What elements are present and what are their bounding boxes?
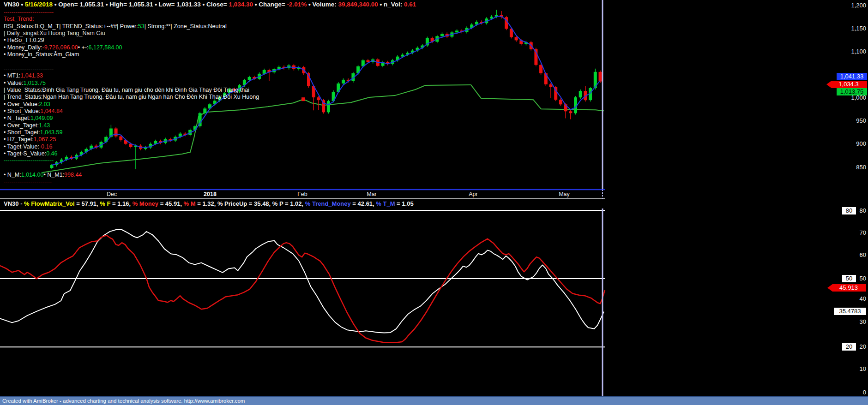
axis-tick-label: 900 (834, 140, 866, 147)
text-segment: • Over_Value: (4, 101, 39, 107)
info-line: • Over_Taget:1.43 (4, 122, 50, 129)
candle-body (440, 34, 444, 36)
text-segment: % PriceUp = 35.48, % P = 1.02, (217, 200, 305, 207)
text-segment: 2.03 (39, 101, 50, 107)
text-segment: 1,034.30 (229, 1, 253, 8)
flowmatrix-title-line: VN30 - % FlowMatrix_Vol = 57.91, % F = 1… (4, 200, 414, 207)
axis-tick-label: 30 (834, 318, 866, 325)
text-segment: 1,014.00 (21, 172, 44, 178)
info-line: • Money_Daily:-9,726,096.00• +-:6,127,58… (4, 44, 122, 51)
axis-tick-label: 10 (834, 365, 866, 372)
text-segment: -0.16 (39, 143, 53, 150)
money_red-line (0, 235, 605, 342)
candle-body (490, 17, 493, 18)
text-segment: % Money (133, 200, 158, 207)
info-line: -------------------------- (4, 157, 54, 164)
text-segment: • Volume: (307, 1, 338, 8)
candle-body (50, 165, 54, 168)
info-line: | Value_Status:Đinh Gia Tang Truong. Đâu… (4, 87, 249, 93)
candle-body (455, 30, 458, 32)
text-segment: • H7_Taget: (4, 136, 34, 143)
info-line: • Short_Value:1,044.84 (4, 108, 63, 114)
info-line: -------------------------- (4, 9, 54, 15)
info-line: ------------------------- (4, 179, 52, 185)
text-segment: RSI_Status:B:Q_M_T| TREND_Status:+--##| … (4, 23, 138, 30)
text-segment: Test_Trend: (4, 16, 34, 22)
text-segment: 0.46 (46, 150, 57, 157)
ohlc-title-line: VN30 • 5/16/2018 • Open= 1,055.31 • High… (4, 1, 416, 8)
text-segment: | Trend_Status:Ngan Han Tang Truong. Đâu… (4, 94, 259, 100)
text-segment: -------------------------- (4, 157, 54, 164)
text-segment: • Short_Taget: (4, 129, 40, 136)
axis-value-tag: 35.4783 (834, 308, 866, 315)
text-segment: 1,044.84 (40, 108, 63, 114)
info-line: • Taget-Value:-0.16 (4, 143, 52, 150)
info-line: | Daily_singal:Xu Huong Tang_Nam Giu (4, 30, 105, 36)
info-line: • Over_Value:2.03 (4, 101, 50, 107)
candle-body (203, 108, 206, 113)
axis-value-tag: 20 (842, 343, 856, 351)
text-segment: = 42.61, (351, 200, 376, 207)
axis-value-tag: 1,041.33 (837, 73, 867, 80)
text-segment: = 57.91, (75, 200, 100, 207)
text-segment: 0.61 (404, 1, 416, 8)
text-segment: 1,067.25 (34, 136, 56, 143)
axis-tick-label: 950 (834, 117, 866, 124)
flowmatrix_white-line (0, 230, 604, 333)
text-segment: • +-: (78, 44, 89, 51)
date-axis-label: Feb (289, 191, 316, 197)
axis-tick-label: 40 (834, 295, 866, 302)
status-bar: Created with AmiBroker - advanced charti… (0, 396, 868, 405)
info-line: | Trend_Status:Ngan Han Tang Truong. Đâu… (4, 94, 259, 100)
text-segment: • (21, 1, 25, 8)
date-axis-label: May (550, 191, 578, 197)
text-segment: 6,127,584.00 (89, 44, 122, 51)
text-segment: -2.01% (287, 1, 307, 8)
candle-body (317, 97, 320, 100)
text-segment: -9,726,096.00 (42, 44, 78, 51)
text-segment: • Short_Value: (4, 108, 40, 114)
text-segment: • Change= (253, 1, 287, 8)
axis-tick-label: 0 (834, 389, 866, 396)
text-segment: 1,013.75 (23, 80, 46, 86)
info-line: • MT1:1,041.33 (4, 72, 43, 79)
text-segment: VN30 - (4, 200, 24, 207)
text-segment: 998.44 (64, 172, 82, 178)
text-segment: 1,049.09 (30, 115, 53, 121)
amibroker-window: VN30 • 5/16/2018 • Open= 1,055.31 • High… (0, 0, 868, 405)
text-segment: | Daily_singal:Xu Huong Tang_Nam Giu (4, 30, 105, 36)
info-line: • N_M:1,014.00• N_M1:998.44 (4, 172, 82, 178)
info-line: Test_Trend: (4, 16, 34, 22)
text-segment: -------------------------- (4, 66, 54, 72)
text-segment: | Value_Status:Đinh Gia Tang Truong. Đâu… (4, 87, 249, 93)
candle-body (367, 60, 370, 62)
text-segment: • N_M: (4, 172, 21, 178)
text-segment: 53 (138, 23, 145, 30)
axis-tick-label: 1,150 (834, 25, 866, 32)
text-segment: • Taget-Value: (4, 143, 39, 150)
date-axis-label: Mar (358, 191, 386, 197)
text-segment: % Trend_Money (305, 200, 351, 207)
candle-body (549, 84, 553, 87)
text-segment: • Money_Daily: (4, 44, 42, 51)
axis-value-tag: 1,034.3 (826, 81, 867, 88)
date-axis-label: 2018 (196, 191, 224, 197)
text-segment: = 1.32, (196, 200, 217, 207)
text-segment: % M (184, 200, 196, 207)
text-segment: • Value: (4, 80, 23, 86)
axis-tick-label: 60 (834, 251, 866, 258)
info-line: • Short_Taget:1,043.59 (4, 129, 62, 136)
candle-body (263, 70, 266, 74)
info-line: • Money_in_Status:Âm_Giam (4, 51, 79, 58)
axis-tick-label: 1,200 (834, 2, 866, 9)
text-segment: • Over_Taget: (4, 122, 39, 129)
axis-value-tag: 45.913 (827, 284, 866, 292)
text-segment: 39,849,340.00 (338, 1, 378, 8)
candle-body (115, 129, 118, 137)
text-segment: ------------------------- (4, 179, 52, 185)
candle-body (569, 111, 572, 113)
text-segment: 1,041.33 (20, 72, 43, 79)
date-axis-label: Dec (98, 191, 126, 197)
text-segment: = 1.16, (110, 200, 132, 207)
info-line: • H7_Taget:1,067.25 (4, 136, 56, 143)
